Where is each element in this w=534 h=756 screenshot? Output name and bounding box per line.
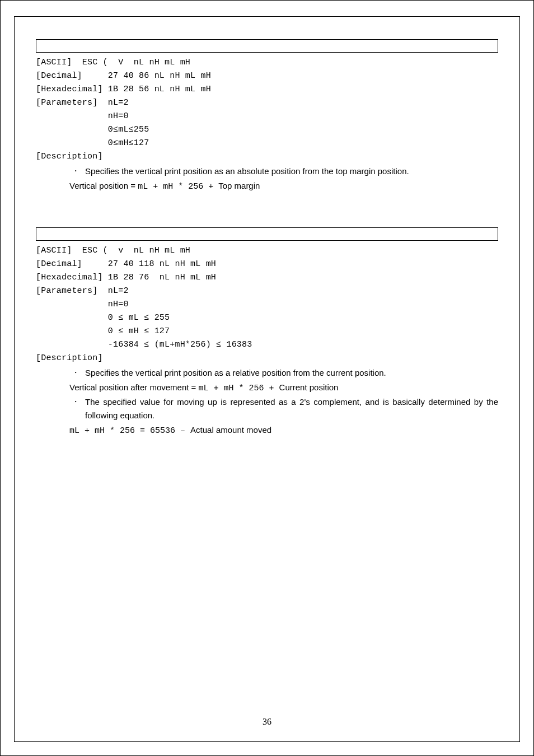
ascii-line-2: [ASCII] ESC ( v nL nH mL mH (36, 244, 498, 258)
formula-mono-1: mL + mH * 256 + (138, 182, 218, 192)
formula-mono-2b: mL + mH * 256 = 65536 – (69, 426, 190, 436)
formula-suffix-1: Top margin (218, 181, 260, 190)
param-nH-1: nH=0 (36, 110, 498, 123)
bullet-text-2a: Specifies the vertical print position as… (85, 366, 498, 380)
description-block-2: ・ Specifies the vertical print position … (69, 366, 498, 438)
bullet-row: ・ Specifies the vertical print position … (69, 366, 498, 380)
formula-prefix-2a: Vertical position after movement = (69, 382, 199, 392)
bullet-row: ・ The specified value for moving up is r… (69, 395, 498, 422)
section-2: [ASCII] ESC ( v nL nH mL mH [Decimal] 27… (36, 227, 498, 438)
hex-line-1: [Hexadecimal] 1B 28 56 nL nH mL mH (36, 83, 498, 96)
param-mH-2: 0 ≤ mH ≤ 127 (36, 325, 498, 338)
description-label-1: [Description] (36, 150, 498, 164)
formula-prefix-1: Vertical position = (69, 181, 138, 190)
ascii-line-1: [ASCII] ESC ( V nL nH mL mH (36, 56, 498, 69)
formula-line-2b: mL + mH * 256 = 65536 – Actual amount mo… (36, 423, 498, 438)
description-block-1: ・ Specifies the vertical print position … (69, 165, 498, 194)
page-inner-frame: [ASCII] ESC ( V nL nH mL mH [Decimal] 27… (14, 16, 520, 742)
params-label-2: [Parameters] nL=2 (36, 284, 498, 298)
page-outer-frame: [ASCII] ESC ( V nL nH mL mH [Decimal] 27… (0, 0, 534, 756)
decimal-line-2: [Decimal] 27 40 118 nL nH mL mH (36, 258, 498, 271)
bullet-dot-icon: ・ (69, 165, 85, 177)
decimal-line-1: [Decimal] 27 40 86 nL nH mL mH (36, 69, 498, 83)
description-label-2: [Description] (36, 352, 498, 365)
formula-suffix-2a: Current position (279, 382, 339, 392)
page-number: 36 (15, 715, 519, 729)
section-heading-box-1 (36, 39, 498, 53)
bullet-text-2b-a: The specified value for moving up is rep… (85, 397, 299, 407)
bullet-text-2b: The specified value for moving up is rep… (85, 395, 498, 422)
formula-suffix-2b: Actual amount moved (190, 425, 271, 435)
bullet-row: ・ Specifies the vertical print position … (69, 165, 498, 178)
formula-mono-2a: mL + mH * 256 + (199, 384, 279, 393)
section-heading-box-2 (36, 227, 498, 241)
param-nH-2: nH=0 (36, 298, 498, 311)
formula-line-1: Vertical position = mL + mH * 256 + Top … (69, 179, 498, 194)
param-mL-1: 0≤mL≤255 (36, 123, 498, 137)
bullet-dot-icon: ・ (69, 366, 85, 379)
param-range-2: -16384 ≤ (mL+mH*256) ≤ 16383 (36, 338, 498, 352)
params-label-1: [Parameters] nL=2 (36, 96, 498, 110)
bullet-dot-icon: ・ (69, 395, 85, 408)
param-mH-1: 0≤mH≤127 (36, 137, 498, 150)
param-mL-2: 0 ≤ mL ≤ 255 (36, 311, 498, 325)
hex-line-2: [Hexadecimal] 1B 28 76 nL nH mL mH (36, 271, 498, 284)
bullet-text-1: Specifies the vertical print position as… (85, 165, 498, 178)
formula-line-2a: Vertical position after movement = mL + … (69, 381, 498, 395)
